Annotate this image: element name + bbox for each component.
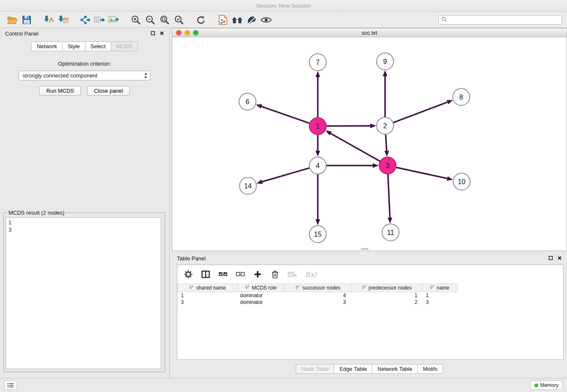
memory-button[interactable]: Memory: [530, 381, 563, 390]
column-header-label: predecessor nodes: [369, 285, 412, 291]
graph-node-1[interactable]: 1: [309, 118, 326, 135]
show-hide-icon[interactable]: [259, 13, 273, 27]
function-builder-icon[interactable]: f(x): [305, 271, 317, 279]
graph-edge-3-11[interactable]: [388, 174, 390, 218]
table-row[interactable]: 1dominator411: [178, 292, 564, 299]
header-filler: [458, 284, 564, 292]
table-row[interactable]: 3dominator323: [178, 299, 564, 306]
network-document-icon[interactable]: [216, 13, 230, 27]
run-mcds-button[interactable]: Run MCDS: [39, 86, 81, 96]
export-network-icon[interactable]: [78, 13, 92, 27]
table-cell[interactable]: 3: [284, 299, 352, 306]
table-cell[interactable]: 1: [422, 292, 458, 299]
import-network-icon[interactable]: [41, 13, 56, 27]
svg-text:2: 2: [383, 122, 387, 130]
table-cell[interactable]: 3: [422, 299, 458, 306]
table-tab-node-table[interactable]: Node Table: [296, 364, 335, 374]
column-type-icon: [245, 285, 250, 291]
graph-edge-1-2[interactable]: [326, 126, 370, 126]
column-header-label: shared name: [196, 285, 226, 291]
zoom-selected-icon[interactable]: [172, 13, 186, 27]
tab-select[interactable]: Select: [85, 41, 111, 51]
style-icon[interactable]: [245, 13, 259, 27]
table-cell[interactable]: 1: [352, 292, 422, 299]
row-filler: [458, 299, 564, 306]
column-header-label: name: [437, 285, 449, 291]
graph-node-4[interactable]: 4: [309, 157, 326, 174]
graph-edge-3-1[interactable]: [330, 133, 380, 161]
mcds-result-box[interactable]: 13: [6, 217, 161, 369]
graph-node-9[interactable]: 9: [377, 53, 394, 70]
network-window-title: scc.txt: [172, 30, 567, 36]
settings-icon[interactable]: [184, 270, 193, 279]
tab-style[interactable]: Style: [63, 41, 85, 51]
graph-node-14[interactable]: 14: [239, 177, 256, 194]
close-panel-icon[interactable]: [160, 30, 164, 37]
window-title: Session: New Session: [256, 3, 311, 9]
table-tab-motifs[interactable]: Motifs: [418, 364, 443, 374]
svg-text:7: 7: [316, 59, 320, 66]
table-cell[interactable]: 1: [178, 292, 238, 299]
graph-node-7[interactable]: 7: [309, 54, 326, 71]
panel-menu-button[interactable]: [4, 381, 17, 390]
table-tab-edge-table[interactable]: Edge Table: [334, 364, 372, 374]
save-session-icon[interactable]: [19, 13, 34, 27]
add-column-icon[interactable]: [253, 271, 262, 278]
search-box[interactable]: [438, 15, 562, 25]
table-panel-header: Table Panel: [172, 253, 567, 264]
graph-edge-2-3[interactable]: [385, 134, 386, 151]
table-cell[interactable]: 2: [352, 299, 422, 306]
open-session-icon[interactable]: [5, 13, 19, 27]
graph-edge-1-6[interactable]: [261, 107, 310, 124]
column-header-mcds-role[interactable]: MCDS role: [238, 284, 284, 292]
zoom-in-icon[interactable]: [129, 13, 143, 27]
column-type-icon: [295, 285, 300, 291]
search-input[interactable]: [449, 16, 559, 24]
graph-node-2[interactable]: 2: [377, 117, 394, 134]
unselect-all-columns-icon[interactable]: [236, 271, 245, 278]
delete-table-icon[interactable]: [288, 271, 297, 278]
float-panel-icon[interactable]: [151, 30, 155, 37]
table-cell[interactable]: 4: [284, 292, 352, 299]
column-header-label: MCDS role: [252, 285, 277, 291]
graph-edge-2-8[interactable]: [393, 102, 448, 123]
table-cell[interactable]: dominator: [238, 299, 284, 306]
export-table-icon[interactable]: [92, 13, 107, 27]
tab-mcds[interactable]: MCDS: [111, 41, 138, 51]
tab-network[interactable]: Network: [31, 41, 63, 51]
select-all-columns-icon[interactable]: [218, 271, 228, 278]
float-table-panel-icon[interactable]: [548, 255, 553, 262]
delete-column-icon[interactable]: [270, 270, 280, 279]
refresh-layout-icon[interactable]: [194, 13, 208, 27]
close-panel-button[interactable]: Close panel: [87, 86, 130, 96]
column-header-shared-name[interactable]: shared name: [178, 284, 238, 292]
graph-node-10[interactable]: 10: [453, 173, 470, 190]
horizontal-scrollbar[interactable]: [361, 248, 369, 250]
close-table-panel-icon[interactable]: [557, 255, 562, 262]
graph-edge-4-14[interactable]: [262, 168, 310, 182]
import-table-icon[interactable]: [56, 13, 70, 27]
split-view-icon[interactable]: [201, 271, 210, 278]
column-header-predecessor-nodes[interactable]: predecessor nodes: [352, 284, 422, 292]
graph-node-11[interactable]: 11: [382, 224, 399, 241]
graph-node-6[interactable]: 6: [239, 93, 256, 110]
graph-node-15[interactable]: 15: [309, 226, 326, 243]
export-image-icon[interactable]: [107, 13, 121, 27]
table-cell[interactable]: dominator: [238, 292, 284, 299]
zoom-fit-icon[interactable]: [157, 13, 172, 27]
optimization-select[interactable]: strongly connected component: [19, 71, 151, 80]
zoom-out-icon[interactable]: [143, 13, 157, 27]
column-header-name[interactable]: name: [422, 284, 458, 292]
main-toolbar: [0, 12, 567, 28]
chevron-up-down-icon: [144, 72, 148, 79]
table-cell[interactable]: 3: [178, 299, 238, 306]
table-tab-network-table[interactable]: Network Table: [372, 364, 418, 374]
network-canvas[interactable]: 7968124314101511: [172, 37, 567, 251]
table-toolbar: f(x): [177, 265, 563, 284]
column-header-successor-nodes[interactable]: successor nodes: [284, 284, 352, 292]
graph-node-8[interactable]: 8: [453, 88, 470, 105]
home-icon[interactable]: [230, 13, 245, 27]
graph-edge-3-10[interactable]: [396, 167, 447, 178]
svg-text:14: 14: [244, 182, 252, 190]
graph-node-3[interactable]: 3: [379, 157, 396, 174]
